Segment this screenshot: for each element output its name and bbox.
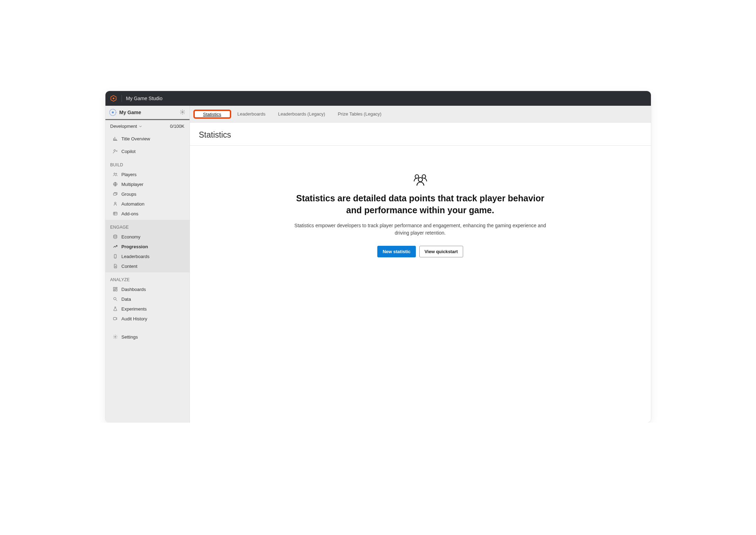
main: Statistics Leaderboards Leaderboards (Le… [190, 106, 651, 423]
svg-point-4 [182, 111, 183, 113]
page-title: Statistics [190, 123, 651, 145]
svg-rect-9 [113, 193, 116, 195]
nav-label: Add-ons [122, 211, 138, 216]
nav-content[interactable]: Content [105, 261, 190, 271]
nav-data[interactable]: Data [105, 294, 190, 304]
database-icon [112, 234, 118, 239]
bar-chart-icon [112, 136, 118, 141]
nav-leaderboards[interactable]: Leaderboards [105, 251, 190, 261]
nav-label: Copilot [122, 149, 136, 154]
section-header: BUILD [105, 160, 190, 169]
section-header: ANALYZE [105, 275, 190, 284]
studio-name[interactable]: My Game Studio [126, 96, 163, 101]
svg-point-18 [114, 297, 116, 300]
game-name: My Game [119, 110, 177, 115]
nav-economy[interactable]: Economy [105, 232, 190, 242]
nav-automation[interactable]: Automation [105, 199, 190, 209]
svg-point-6 [114, 173, 115, 174]
svg-point-5 [114, 150, 115, 151]
section-build: BUILD Players Multiplayer Groups Automat… [105, 158, 190, 220]
body: My Game Development 0/100K Title Overvie… [105, 106, 651, 423]
environment-row: Development 0/100K [105, 120, 190, 132]
section-header: ENGAGE [105, 222, 190, 232]
svg-rect-14 [113, 287, 115, 289]
people-group-icon [412, 174, 429, 186]
nav-addons[interactable]: Add-ons [105, 209, 190, 218]
new-statistic-button[interactable]: New statistic [377, 246, 415, 257]
globe-icon [112, 181, 118, 187]
empty-state: Statistics are detailed data points that… [190, 146, 651, 423]
nav-label: Settings [122, 334, 138, 340]
nav-experiments[interactable]: Experiments [105, 304, 190, 314]
tab-statistics[interactable]: Statistics [195, 109, 230, 120]
game-selector[interactable]: My Game [105, 106, 190, 120]
nav-label: Economy [122, 234, 140, 239]
robot-icon [112, 201, 118, 207]
nav-audit-history[interactable]: Audit History [105, 314, 190, 324]
folders-icon [112, 191, 118, 197]
nav-label: Content [122, 264, 138, 269]
tab-prize-tables-legacy[interactable]: Prize Tables (Legacy) [331, 107, 388, 121]
nav-label: Data [122, 297, 131, 302]
section-engage: ENGAGE Economy Progression Leaderboards … [105, 220, 190, 272]
svg-point-22 [422, 175, 426, 178]
nav-settings[interactable]: Settings [105, 331, 190, 343]
nav-copilot[interactable]: Copilot [105, 145, 190, 158]
gear-icon [180, 109, 185, 115]
document-icon [112, 263, 118, 269]
dashboard-icon [112, 286, 118, 292]
environment-selector[interactable]: Development [110, 124, 143, 129]
view-quickstart-button[interactable]: View quickstart [419, 246, 463, 257]
nav-players[interactable]: Players [105, 169, 190, 179]
nav-label: Players [122, 172, 137, 177]
svg-point-20 [115, 336, 116, 338]
people-icon [112, 172, 118, 177]
nav-progression[interactable]: Progression [105, 242, 190, 251]
history-icon [112, 316, 118, 321]
chevron-down-icon [138, 124, 143, 128]
nav-groups[interactable]: Groups [105, 189, 190, 199]
svg-rect-11 [113, 212, 117, 215]
svg-rect-16 [116, 289, 117, 291]
nav-label: Multiplayer [122, 182, 144, 187]
section-analyze: ANALYZE Dashboards Data Experiments Audi… [105, 272, 190, 325]
empty-heading: Statistics are detailed data points that… [294, 193, 547, 216]
environment-label: Development [110, 124, 137, 129]
svg-point-3 [112, 111, 114, 113]
search-icon [112, 296, 118, 302]
tab-bar: Statistics Leaderboards Leaderboards (Le… [190, 106, 651, 123]
nav-label: Title Overview [122, 136, 150, 141]
empty-subheading: Statistics empower developers to track p… [294, 222, 547, 237]
top-bar: My Game Studio [105, 91, 651, 106]
empty-actions: New statistic View quickstart [377, 246, 463, 257]
game-settings-button[interactable] [180, 109, 186, 116]
nav-label: Audit History [122, 316, 147, 321]
nav-label: Groups [122, 192, 137, 197]
nav-label: Dashboards [122, 287, 146, 292]
svg-rect-15 [116, 287, 117, 289]
game-logo-icon [109, 109, 117, 116]
svg-rect-19 [113, 318, 116, 320]
svg-point-7 [116, 173, 117, 174]
svg-point-10 [114, 202, 116, 204]
flask-icon [112, 306, 118, 312]
tab-leaderboards[interactable]: Leaderboards [231, 107, 272, 121]
tab-leaderboards-legacy[interactable]: Leaderboards (Legacy) [272, 107, 331, 121]
svg-point-21 [415, 175, 419, 178]
phone-icon [112, 253, 118, 259]
top-bar-divider [122, 95, 122, 102]
grid-icon [112, 211, 118, 216]
nav-multiplayer[interactable]: Multiplayer [105, 179, 190, 189]
svg-point-12 [114, 235, 117, 236]
nav-label: Automation [122, 201, 145, 207]
usage-counter: 0/100K [170, 124, 184, 129]
product-logo-icon [110, 95, 117, 102]
tab-statistics-highlight: Statistics [193, 110, 231, 119]
nav-title-overview[interactable]: Title Overview [105, 132, 190, 145]
app-window: My Game Studio My Game Development [105, 91, 651, 423]
nav-dashboards[interactable]: Dashboards [105, 284, 190, 294]
nav-label: Leaderboards [122, 254, 150, 259]
trend-up-icon [112, 244, 118, 249]
svg-rect-17 [113, 290, 115, 291]
svg-point-23 [418, 178, 422, 182]
